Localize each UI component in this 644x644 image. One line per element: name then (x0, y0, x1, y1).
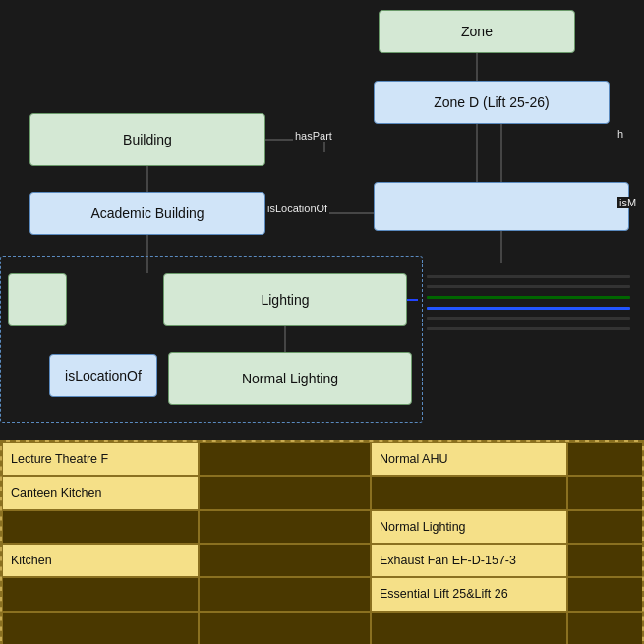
academic-building-label: Academic Building (90, 205, 204, 221)
table-cell-r4c3: Exhaust Fan EF-D-157-3 (371, 544, 567, 577)
has-part-label: hasPart (293, 130, 334, 142)
diagram-area: Zone Zone D (Lift 25-26) Building Academ… (0, 0, 644, 433)
zone-d-label: Zone D (Lift 25-26) (434, 94, 550, 110)
table-cell-r2c2 (199, 476, 371, 509)
table-cell-r6c2 (199, 612, 371, 644)
table-cell-r5c3: Essential Lift 25&Lift 26 (371, 577, 567, 611)
table-cell-r6c4 (567, 612, 644, 644)
stack-line-6 (427, 327, 630, 330)
table-cell-r4c2 (199, 544, 371, 577)
islocationof-label-node: isLocationOf (49, 354, 157, 397)
bottom-table: Lecture Theatre F Normal AHU Canteen Kit… (0, 440, 644, 644)
table-cell-r2c1: Canteen Kitchen (2, 476, 199, 509)
building-label: Building (123, 132, 172, 147)
table-cell-r5c1 (2, 577, 199, 611)
table-cell-r3c1 (2, 510, 199, 544)
stacked-lines-area (423, 267, 634, 338)
table-cell-r1c2 (199, 442, 371, 476)
zone-d-node: Zone D (Lift 25-26) (374, 81, 610, 124)
academic-building-node: Academic Building (29, 192, 265, 235)
table-cell-r1c4 (567, 442, 644, 476)
table-cell-r4c4 (567, 544, 644, 577)
table-cell-r1c3: Normal AHU (371, 442, 567, 476)
stack-line-1 (427, 275, 630, 278)
table-cell-r1c1: Lecture Theatre F (2, 442, 199, 476)
table-cell-r2c3 (371, 476, 567, 509)
zone-node: Zone (379, 10, 575, 53)
table-cell-r4c1: Kitchen (2, 544, 199, 577)
lighting-label: Lighting (261, 292, 309, 308)
main-canvas: Zone Zone D (Lift 25-26) Building Academ… (0, 0, 644, 644)
normal-lighting-node: Normal Lighting (168, 352, 412, 405)
islocationof-label: isLocationOf (65, 368, 142, 383)
table-cell-r5c4 (567, 577, 644, 611)
table-cell-r3c4 (567, 510, 644, 544)
islocationof-edge-label: isLocationOf (265, 203, 329, 214)
table-cell-r6c1 (2, 612, 199, 644)
table-cell-r3c3: Normal Lighting (371, 510, 567, 544)
building-node: Building (29, 113, 265, 166)
ism-edge-label: isM (617, 197, 638, 208)
h-edge-label: h (615, 128, 625, 140)
lighting-node: Lighting (163, 273, 407, 326)
table-cell-r6c3 (371, 612, 567, 644)
table-cell-r5c2 (199, 577, 371, 611)
table-cell-r3c2 (199, 510, 371, 544)
stack-line-3 (427, 296, 630, 299)
table-cell-r2c4 (567, 476, 644, 509)
stack-line-4 (427, 307, 630, 310)
normal-lighting-label: Normal Lighting (242, 371, 338, 386)
stack-line-2 (427, 285, 630, 288)
small-green-node (8, 273, 67, 326)
large-blue-node (374, 182, 629, 231)
stack-line-5 (427, 317, 630, 320)
zone-label: Zone (461, 24, 493, 39)
table-grid: Lecture Theatre F Normal AHU Canteen Kit… (2, 442, 642, 644)
